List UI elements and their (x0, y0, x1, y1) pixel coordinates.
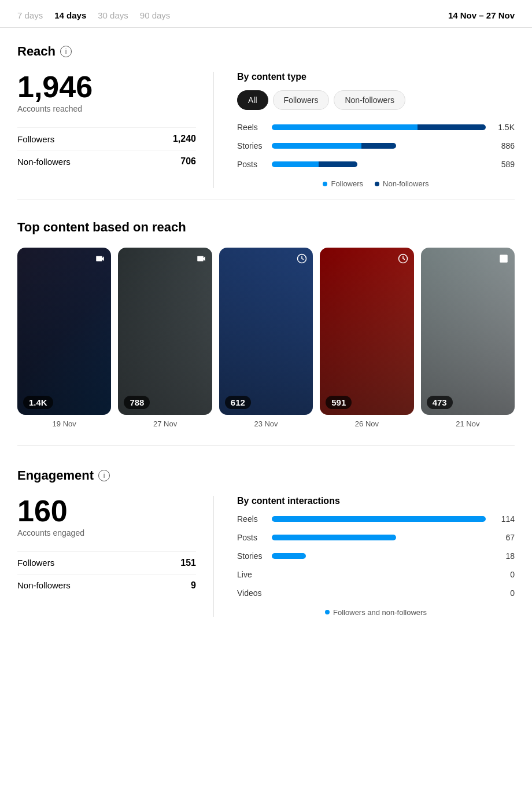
reach-big-number-label: Accounts reached (17, 104, 196, 113)
engagement-legend-item: Followers and non-followers (325, 608, 427, 617)
time-range-bar: 7 days 14 days 30 days 90 days 14 Nov – … (0, 0, 532, 28)
engagement-title: Engagement i (17, 468, 515, 483)
content-count-3: 612 (225, 396, 251, 409)
reach-filter-buttons: All Followers Non-followers (237, 90, 515, 110)
reach-stats-right: By content type All Followers Non-follow… (214, 72, 515, 188)
content-card-5[interactable]: 473 21 Nov (421, 248, 515, 428)
reach-bar-reels-label: Reels (237, 123, 272, 132)
engagement-big-number: 160 (17, 496, 196, 526)
engagement-bar-reels: Reels 114 (237, 514, 515, 524)
content-card-2[interactable]: 788 27 Nov (118, 248, 212, 428)
top-content-title-text: Top content based on reach (17, 220, 186, 235)
reach-title: Reach i (17, 44, 515, 59)
engagement-bar-posts-label: Posts (237, 533, 272, 542)
content-type-badge-3 (297, 253, 307, 266)
engagement-bar-reels-track (272, 516, 486, 522)
engagement-bar-stories-track (272, 553, 486, 559)
engagement-section: Engagement i 160 Accounts engaged Follow… (0, 452, 532, 623)
engagement-big-number-label: Accounts engaged (17, 528, 196, 537)
engagement-bar-posts-value: 67 (494, 533, 515, 542)
engagement-nonfollowers-value: 9 (191, 580, 196, 591)
engagement-bar-reels-value: 114 (494, 514, 515, 524)
filter-all-btn[interactable]: All (237, 90, 268, 110)
engagement-info-icon[interactable]: i (98, 470, 110, 481)
reach-bar-posts: Posts 589 (237, 160, 515, 169)
engagement-bar-videos: Videos 0 (237, 588, 515, 598)
engagement-bar-posts: Posts 67 (237, 533, 515, 542)
time-range-options: 7 days 14 days 30 days 90 days (17, 10, 170, 20)
content-card-4[interactable]: 591 26 Nov (320, 248, 413, 428)
engagement-bar-reels-label: Reels (237, 514, 272, 524)
engagement-stats-columns: 160 Accounts engaged Followers 151 Non-f… (17, 496, 515, 617)
content-type-badge-5 (498, 253, 509, 266)
content-card-3[interactable]: 612 23 Nov (219, 248, 313, 428)
engagement-title-text: Engagement (17, 468, 94, 483)
time-option-7days[interactable]: 7 days (17, 10, 43, 20)
by-content-interactions-title: By content interactions (237, 496, 515, 506)
reach-stats-columns: 1,946 Accounts reached Followers 1,240 N… (17, 72, 515, 188)
content-thumb-2: 788 (118, 248, 212, 415)
content-count-5: 473 (427, 396, 453, 409)
engagement-nonfollowers-label: Non-followers (17, 580, 71, 590)
time-option-90days[interactable]: 90 days (140, 10, 171, 20)
legend-nonfollowers: Non-followers (375, 179, 428, 188)
engagement-stats-left: 160 Accounts engaged Followers 151 Non-f… (17, 496, 214, 617)
content-date-2: 27 Nov (153, 419, 177, 428)
content-count-2: 788 (124, 396, 150, 409)
legend-nonfollowers-label: Non-followers (383, 179, 428, 188)
reach-nonfollowers-value: 706 (180, 156, 196, 167)
engagement-followers-value: 151 (180, 558, 196, 568)
content-type-badge-2 (196, 253, 206, 266)
content-date-1: 19 Nov (53, 419, 76, 428)
reach-info-icon[interactable]: i (60, 46, 72, 57)
reach-bar-reels: Reels 1.5K (237, 123, 515, 132)
engagement-bar-live: Live 0 (237, 570, 515, 579)
reach-bar-reels-track (272, 124, 486, 130)
engagement-bar-live-label: Live (237, 570, 272, 579)
reach-legend: Followers Non-followers (237, 179, 515, 188)
content-grid: 1.4K 19 Nov 788 27 Nov 612 (17, 248, 515, 428)
engagement-followers-row: Followers 151 (17, 551, 196, 574)
reach-followers-row: Followers 1,240 (17, 127, 196, 150)
engagement-bar-videos-value: 0 (494, 588, 515, 598)
reach-nonfollowers-row: Non-followers 706 (17, 150, 196, 172)
divider-2 (17, 446, 515, 446)
filter-nonfollowers-btn[interactable]: Non-followers (334, 90, 405, 110)
content-date-5: 21 Nov (456, 419, 479, 428)
content-date-4: 26 Nov (355, 419, 379, 428)
content-count-1: 1.4K (23, 396, 53, 409)
engagement-bar-live-track (272, 572, 486, 577)
filter-followers-btn[interactable]: Followers (273, 90, 330, 110)
content-type-badge-4 (398, 253, 408, 266)
legend-followers-label: Followers (331, 179, 363, 188)
legend-followers-dot (323, 182, 327, 186)
content-thumb-1: 1.4K (17, 248, 111, 415)
reach-bar-posts-track (272, 161, 486, 167)
time-option-30days[interactable]: 30 days (98, 10, 128, 20)
top-content-section: Top content based on reach 1.4K 19 Nov (0, 206, 532, 434)
engagement-bar-live-value: 0 (494, 570, 515, 579)
engagement-bar-videos-label: Videos (237, 588, 272, 598)
content-type-badge-1 (95, 253, 105, 266)
content-date-3: 23 Nov (254, 419, 278, 428)
engagement-bar-posts-track (272, 535, 486, 540)
content-thumb-3: 612 (219, 248, 313, 415)
reach-bar-stories-track (272, 143, 486, 149)
date-range: 14 Nov – 27 Nov (448, 10, 515, 20)
engagement-legend-label: Followers and non-followers (333, 608, 427, 617)
reach-bar-stories-value: 886 (494, 141, 515, 150)
reach-big-number: 1,946 (17, 72, 196, 102)
reach-stats-left: 1,946 Accounts reached Followers 1,240 N… (17, 72, 214, 188)
reach-bar-posts-label: Posts (237, 160, 272, 169)
svg-rect-2 (500, 255, 508, 263)
reach-section: Reach i 1,946 Accounts reached Followers… (0, 28, 532, 194)
legend-followers: Followers (323, 179, 363, 188)
reach-bar-posts-value: 589 (494, 160, 515, 169)
engagement-bar-videos-track (272, 590, 486, 596)
engagement-bar-stories-label: Stories (237, 551, 272, 561)
content-card-1[interactable]: 1.4K 19 Nov (17, 248, 111, 428)
time-option-14days[interactable]: 14 days (54, 10, 86, 20)
engagement-legend: Followers and non-followers (237, 608, 515, 617)
content-thumb-5: 473 (421, 248, 515, 415)
reach-title-text: Reach (17, 44, 56, 59)
